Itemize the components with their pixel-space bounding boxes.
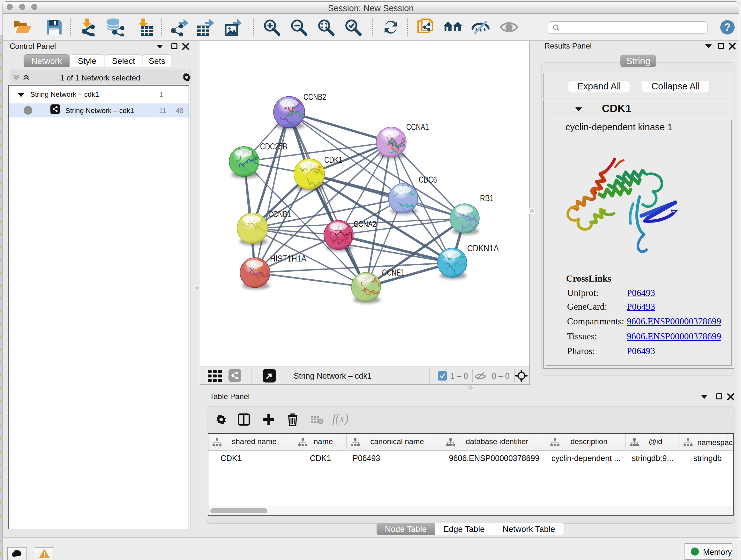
svg-text:CDKN1A: CDKN1A (467, 243, 499, 253)
svg-text:CCNA2: CCNA2 (354, 219, 376, 229)
svg-text:CCNB1: CCNB1 (268, 209, 291, 219)
svg-text:CCNA1: CCNA1 (406, 122, 429, 132)
svg-text:CDC25B: CDC25B (260, 141, 287, 151)
svg-text:CCNB2: CCNB2 (304, 92, 326, 102)
svg-text:CCNE1: CCNE1 (382, 267, 405, 277)
svg-text:CDK1: CDK1 (324, 155, 342, 165)
svg-text:HIST1H1A: HIST1H1A (270, 253, 307, 263)
svg-text:CDC6: CDC6 (419, 175, 437, 185)
svg-text:RB1: RB1 (480, 193, 494, 203)
